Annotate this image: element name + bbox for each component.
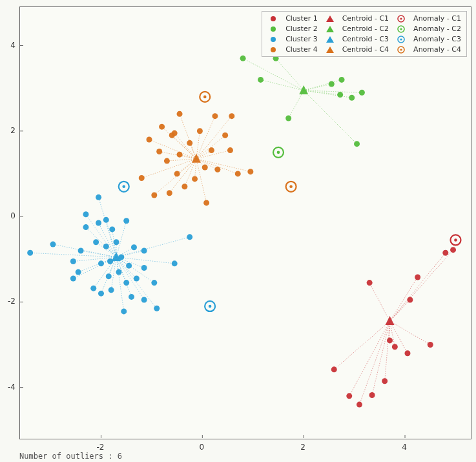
cluster-point [404,350,410,356]
cluster-point [415,274,420,280]
legend-label: Anomaly - C3 [413,35,461,43]
y-tick-label: -4 [8,383,16,392]
cluster-point [141,297,147,303]
legend-swatch-triangle [324,46,336,54]
cluster-point [151,280,157,286]
legend-label: Centroid - C2 [342,25,389,33]
cluster-point [285,115,291,121]
svg-line-23 [243,58,304,90]
legend-swatch-triangle [324,36,336,43]
svg-line-24 [261,79,304,90]
x-tick-label: 4 [402,443,407,452]
legend: Cluster 1Centroid - C1Anomaly - C1Cluste… [262,11,467,57]
cluster-point [103,244,109,249]
cluster-point [346,393,352,399]
cluster-point [222,132,228,138]
cluster-point [369,392,375,398]
cluster-point [192,176,198,182]
cluster-point [164,158,170,164]
cluster-point [151,193,157,198]
cluster-point [70,275,76,281]
cluster-point [106,273,112,279]
cluster-point [329,81,335,87]
cluster-point [109,287,114,293]
svg-line-91 [196,135,225,158]
cluster-point [209,147,214,153]
svg-point-107 [400,48,402,50]
y-tick-label: 4 [10,41,16,50]
cluster-point [214,167,220,173]
cluster-point [212,113,218,119]
svg-line-30 [304,90,352,98]
svg-line-27 [304,84,331,90]
cluster-point [247,169,253,174]
cluster-point [382,378,388,384]
svg-line-10 [349,321,390,396]
anomaly-dot [277,151,280,154]
cluster-point [240,56,246,61]
svg-line-29 [304,79,342,90]
anomaly-dot [289,185,293,188]
cluster-point [203,200,209,205]
cluster-point [339,77,345,83]
svg-line-26 [289,90,304,118]
cluster-point [354,141,360,147]
svg-point-101 [400,28,402,30]
svg-line-12 [372,321,389,395]
chart-container: Cluster 1Centroid - C1Anomaly - C1Cluste… [0,0,476,462]
cluster-point [357,402,362,408]
cluster-point [172,131,178,136]
cluster-point [177,111,183,117]
cluster-point [134,275,140,281]
svg-line-58 [116,221,127,257]
cluster-point [387,337,393,343]
legend-swatch-anomaly [395,46,407,54]
cluster-point [359,90,365,96]
cluster-point [129,294,134,300]
svg-line-11 [359,321,389,404]
legend-label: Anomaly - C4 [413,45,461,54]
svg-line-56 [116,257,124,311]
cluster-point [70,258,76,264]
cluster-point [227,147,233,153]
outlier-caption: Number of outliers : 6 [19,452,122,461]
cluster-point [187,140,192,146]
legend-label: Cluster 1 [285,14,318,23]
cluster-point [156,149,162,154]
legend-label: Anomaly - C1 [413,14,461,23]
anomaly-dot [209,305,212,308]
svg-line-17 [390,300,410,321]
cluster-point [187,234,192,240]
y-tick-label: -2 [8,297,16,306]
x-tick-label: 0 [200,443,205,452]
legend-swatch-dot [267,15,279,23]
svg-line-14 [385,321,390,381]
svg-line-72 [154,159,196,195]
y-tick-label: 2 [10,126,16,135]
svg-point-96 [271,16,276,21]
anomaly-dot [454,238,457,242]
svg-point-99 [271,26,276,32]
cluster-point [90,286,96,291]
cluster-point [96,220,101,226]
legend-label: Cluster 3 [285,35,318,43]
legend-swatch-anomaly [395,15,407,23]
svg-line-21 [390,253,446,321]
cluster-point [181,184,187,189]
cluster-point [141,247,147,253]
cluster-point [139,175,145,181]
cluster-point [428,342,433,348]
cluster-point [146,137,152,143]
svg-line-22 [390,250,453,321]
legend-swatch-triangle [324,25,336,33]
y-tick-label: 0 [10,211,16,220]
anomaly-dot [203,96,207,99]
legend-label: Centroid - C4 [342,45,389,54]
cluster-point [107,258,113,264]
cluster-point [442,250,448,256]
legend-swatch-dot [267,36,279,43]
cluster-point [141,265,147,271]
cluster-point [177,152,183,158]
cluster-point [98,260,104,266]
cluster-point [78,247,84,253]
